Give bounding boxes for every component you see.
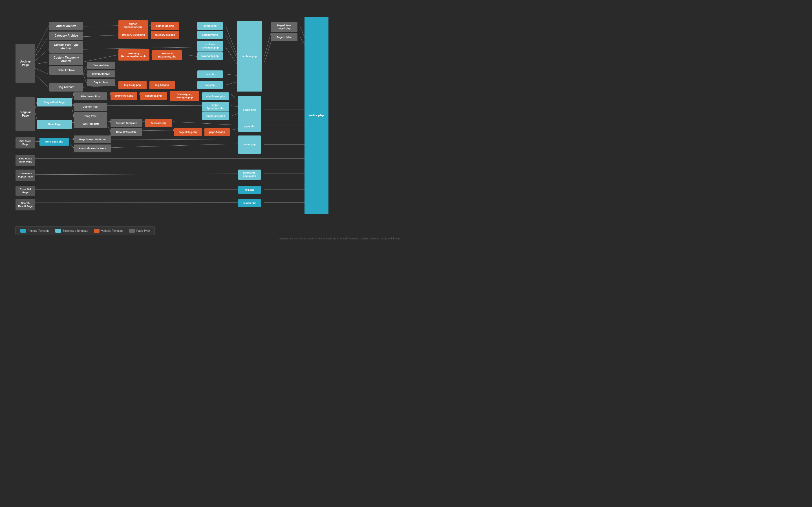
error-404-php-node: 404.php bbox=[238, 186, 261, 194]
page-php-node: page.php bbox=[238, 121, 261, 132]
legend-variable: Variable Template bbox=[94, 229, 123, 233]
author-archive-node: Author Archive bbox=[49, 22, 83, 31]
date-archive-node: Date Archive bbox=[49, 66, 83, 75]
custom-php-node: $custom.php bbox=[145, 119, 172, 127]
tag-archive-node: Tag Archive bbox=[49, 83, 83, 92]
static-page-node: Static Page bbox=[37, 120, 72, 129]
archive-page-node: Archive Page bbox=[15, 44, 35, 83]
mimetype-php-node: $mimetype.php bbox=[110, 92, 137, 100]
svg-line-93 bbox=[111, 144, 240, 148]
page-id-node: page-$id.php bbox=[204, 128, 230, 136]
svg-line-31 bbox=[83, 74, 87, 74]
footer-text: Designed By Michelle Schulp of marktimem… bbox=[278, 237, 400, 240]
svg-line-29 bbox=[225, 57, 238, 69]
svg-line-100 bbox=[35, 203, 240, 203]
svg-line-20 bbox=[83, 47, 199, 49]
taxonomy-tax-node: taxonomy-$taxonomy.php bbox=[152, 50, 182, 60]
taxonomy-taxterm-node: taxonomy-$taxonomy-$term.php bbox=[118, 49, 149, 61]
legend-primary: Primary Template bbox=[20, 229, 50, 233]
svg-line-3 bbox=[35, 62, 49, 64]
category-archive-node: Category Archive bbox=[49, 32, 83, 40]
svg-line-49 bbox=[72, 94, 74, 100]
svg-line-40 bbox=[225, 82, 238, 85]
archive-posttype-node: archive-$posttype.php bbox=[197, 41, 223, 52]
subtype-php-node: $subtype.php bbox=[140, 92, 167, 100]
search-php-node: search.php bbox=[238, 199, 261, 207]
svg-line-80 bbox=[142, 130, 174, 131]
svg-line-90 bbox=[69, 144, 74, 148]
attachment-php-node: attachment.php bbox=[202, 93, 229, 100]
blog-posts-index-node: Blog Posts Index Page bbox=[15, 155, 35, 166]
category-slug-node: category-$slug.php bbox=[118, 31, 148, 39]
category-id-node: category-$id.php bbox=[151, 31, 179, 39]
mimetype-subtype-node: $mimetype_$subtype.php bbox=[170, 91, 199, 101]
svg-line-30 bbox=[83, 66, 87, 74]
default-template-node: Default Template bbox=[110, 128, 142, 136]
tag-slug-node: tag-$slug.php bbox=[118, 81, 147, 89]
diagram-container: Archive Page Author Archive Category Arc… bbox=[0, 0, 406, 242]
singular-page-node: Singular Page bbox=[15, 97, 35, 131]
custom-template-node: Custom Template bbox=[110, 119, 142, 127]
svg-line-19 bbox=[225, 35, 238, 59]
archive-php-node: archive.php bbox=[237, 21, 262, 92]
blog-post-node: Blog Post bbox=[74, 112, 107, 120]
svg-line-4 bbox=[35, 68, 49, 74]
svg-line-1 bbox=[35, 37, 49, 56]
custom-post-node: Custom Post bbox=[74, 103, 107, 111]
category-php-node: category.php bbox=[197, 31, 223, 39]
svg-line-51 bbox=[72, 104, 74, 105]
paged-false-node: Paged: false bbox=[271, 33, 297, 41]
svg-line-92 bbox=[111, 139, 240, 140]
paged-true-node: Paged: truepaged.php bbox=[271, 22, 297, 32]
page-slug-node: page-$slug.php bbox=[174, 128, 202, 136]
single-posttype-node: single-$posttype.php bbox=[202, 102, 229, 112]
search-result-node: Search Result Page bbox=[15, 199, 35, 210]
svg-line-2 bbox=[35, 49, 49, 61]
svg-line-22 bbox=[225, 47, 238, 65]
svg-line-73 bbox=[107, 121, 110, 122]
author-id-node: author-$id.php bbox=[151, 22, 179, 30]
svg-line-13 bbox=[83, 35, 119, 37]
single-post-page-node: Single Post Page bbox=[37, 98, 72, 107]
svg-line-75 bbox=[107, 125, 110, 131]
custom-post-type-archive-node: Custom Post Type Archive bbox=[49, 41, 83, 53]
svg-line-23 bbox=[83, 55, 119, 62]
home-php-node: home.php bbox=[238, 135, 261, 154]
day-archive-node: Day Archive bbox=[87, 79, 115, 86]
page-shown-front-node: Page Shown On Front bbox=[74, 135, 111, 144]
custom-taxonomy-archive-node: Custom Taxonomy Archive bbox=[49, 54, 83, 65]
single-post-php-node: single-post.php bbox=[202, 112, 229, 120]
author-nicename-node: author-$nicename.php bbox=[118, 20, 148, 31]
svg-line-53 bbox=[72, 108, 74, 116]
author-php-node: author.php bbox=[197, 22, 223, 30]
tag-id-node: tag-$id.php bbox=[149, 81, 175, 89]
date-php-node: date.php bbox=[197, 70, 223, 78]
svg-line-96 bbox=[35, 174, 240, 175]
svg-line-33 bbox=[225, 74, 238, 75]
front-page-php-node: front-page.php bbox=[40, 138, 69, 146]
svg-line-6 bbox=[83, 25, 119, 26]
site-front-page-node: Site Front Page bbox=[15, 137, 35, 149]
posts-shown-front-node: Posts Shown On Front bbox=[74, 145, 111, 152]
tag-php-node: tag.php bbox=[197, 81, 223, 89]
legend-secondary: Secondary Template bbox=[55, 229, 88, 233]
svg-line-5 bbox=[35, 75, 49, 87]
page-template-node: Page Template bbox=[74, 120, 107, 128]
year-archive-node: Year Archive bbox=[87, 62, 115, 69]
svg-line-32 bbox=[83, 74, 87, 83]
single-php-node: single.php bbox=[238, 96, 261, 124]
index-php-node: index.php bbox=[305, 17, 328, 214]
svg-line-79 bbox=[173, 122, 240, 125]
svg-line-64 bbox=[107, 105, 204, 106]
legend: Primary Template Secondary Template Vari… bbox=[15, 226, 154, 235]
legend-pagetype: Page Type bbox=[129, 229, 150, 233]
taxonomy-php-node: taxonomy.php bbox=[197, 52, 223, 60]
comments-popup-php-node: comments-popup.php bbox=[238, 170, 261, 180]
svg-line-0 bbox=[35, 26, 49, 52]
attachment-post-node: Attachment Post bbox=[74, 93, 107, 100]
comments-popup-node: Comments Popup Page bbox=[15, 170, 35, 181]
month-archive-node: Month Archive bbox=[87, 70, 115, 77]
svg-line-12 bbox=[225, 26, 238, 56]
error-404-node: Error 404 Page bbox=[15, 186, 35, 196]
